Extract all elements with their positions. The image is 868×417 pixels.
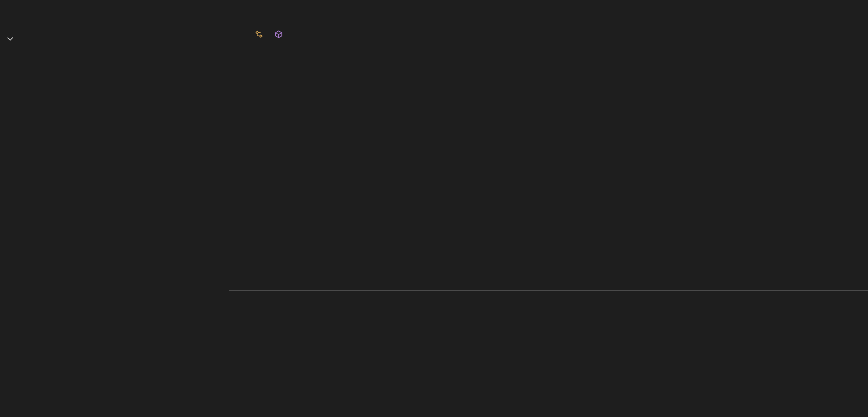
tab-arraydemo-java[interactable] — [229, 2, 346, 25]
explorer-sidebar — [0, 2, 229, 417]
window-top-edge — [0, 0, 868, 2]
symbol-class-icon — [255, 30, 263, 38]
editor-tab-bar — [229, 2, 868, 25]
editor-surface[interactable] — [229, 25, 868, 290]
vscode-window: { "colors": { "topstrip": "#151515", "si… — [0, 0, 868, 417]
breadcrumb — [229, 25, 868, 44]
symbol-method-icon — [275, 30, 283, 38]
explorer-header — [0, 9, 229, 24]
bottom-panel — [229, 291, 868, 417]
chevron-down-icon — [6, 35, 14, 43]
project-section-header[interactable] — [0, 31, 229, 46]
